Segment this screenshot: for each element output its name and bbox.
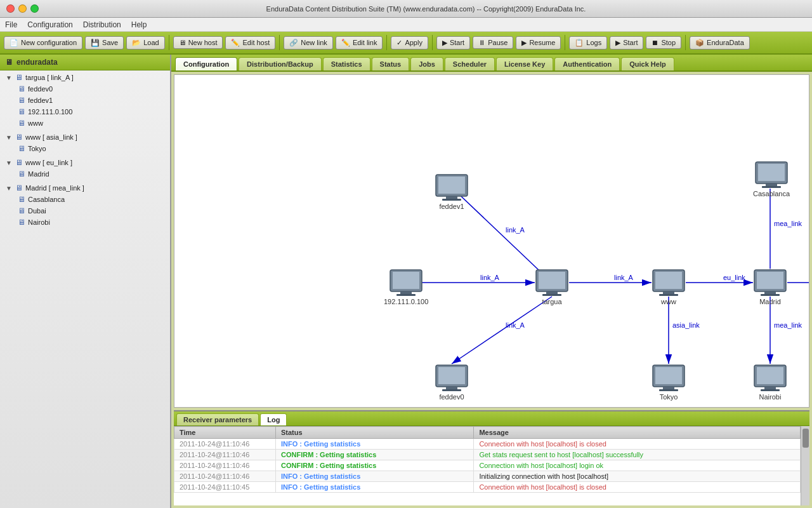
edit-host-label: Edit host: [242, 39, 270, 46]
toggle-targua[interactable]: ▼: [5, 74, 13, 81]
menu-distribution[interactable]: Distribution: [83, 20, 121, 29]
tab-jobs[interactable]: Jobs: [410, 57, 443, 70]
tab-configuration[interactable]: Configuration: [175, 57, 237, 70]
separator-4: [432, 35, 433, 50]
enduradata-icon: 📦: [695, 39, 704, 47]
svg-rect-23: [442, 199, 461, 201]
computer-icon-node-casablanca: [754, 161, 789, 189]
log-table-row: 2011-10-24@11:10:46CONFIRM : Getting sta…: [174, 460, 801, 471]
minimize-button[interactable]: [18, 4, 27, 13]
start2-button[interactable]: ▶ Start: [610, 36, 643, 50]
label-madrid: Madrid: [28, 170, 49, 178]
node-label-casablanca: Casablanca: [753, 190, 790, 197]
log-message: Connection with host [localhost] is clos…: [474, 482, 801, 493]
node-feddev0[interactable]: feddev0: [435, 364, 469, 401]
label-www: www: [28, 119, 43, 127]
pause-button[interactable]: ⏸ Pause: [473, 36, 513, 49]
svg-rect-59: [761, 389, 780, 391]
apply-label: Apply: [405, 39, 422, 46]
sidebar-item-www[interactable]: 🖥 www: [13, 117, 170, 129]
svg-rect-35: [542, 294, 561, 296]
stop-label: Stop: [661, 39, 676, 46]
sidebar-item-casablanca[interactable]: 🖥 Casablanca: [13, 194, 170, 205]
svg-text:link_A: link_A: [614, 274, 634, 281]
svg-rect-29: [393, 272, 419, 289]
node-nairobi[interactable]: Nairobi: [753, 364, 787, 401]
new-config-label: New configuration: [21, 39, 77, 46]
new-host-icon: 🖥: [179, 39, 186, 46]
computer-icon-node-www: [652, 269, 686, 297]
log-message: Initializing connection with host [local…: [474, 471, 801, 482]
sidebar-item-feddev0[interactable]: 🖥 feddev0: [13, 83, 170, 95]
node-tokyo[interactable]: Tokyo: [652, 364, 686, 401]
start-button[interactable]: ▶ Start: [436, 36, 470, 50]
sidebar-item-tokyo[interactable]: 🖥 Tokyo: [13, 143, 170, 154]
sidebar-item-192[interactable]: 🖥 192.111.0.100: [13, 106, 170, 117]
sidebar-item-madrid[interactable]: 🖥 Madrid: [13, 168, 170, 180]
node-casablanca[interactable]: Casablanca: [753, 161, 790, 197]
save-button[interactable]: 💾 Save: [85, 36, 124, 50]
enduradata-button[interactable]: 📦 EnduraData: [690, 36, 750, 50]
sidebar-item-www-eu[interactable]: ▼ 🖥 www [ eu_link ]: [0, 157, 170, 168]
menu-help[interactable]: Help: [131, 20, 147, 29]
resume-icon: ▶: [521, 39, 527, 47]
menu-file[interactable]: File: [5, 20, 17, 29]
svg-rect-41: [757, 272, 783, 289]
diagram-area[interactable]: link_Alink_Alink_Alink_Aeu_linkmea_linkm…: [174, 74, 809, 408]
label-192: 192.111.0.100: [28, 108, 72, 116]
apply-button[interactable]: ✓ Apply: [391, 36, 428, 50]
svg-rect-25: [758, 164, 785, 181]
toggle-madrid-mea[interactable]: ▼: [5, 185, 13, 192]
new-config-button[interactable]: 📄 New configuration: [4, 36, 82, 50]
menu-configuration[interactable]: Configuration: [27, 20, 72, 29]
tab-authentication[interactable]: Authentication: [554, 57, 620, 70]
svg-rect-53: [655, 367, 682, 384]
node-label-www: www: [661, 298, 676, 305]
titlebar: EnduraData Content Distribution Suite (T…: [0, 0, 812, 18]
tab-distribution[interactable]: Distribution/Backup: [239, 57, 322, 70]
maximize-button[interactable]: [30, 4, 39, 13]
load-label: Load: [143, 39, 159, 46]
separator-5: [565, 35, 565, 50]
log-status: CONFIRM : Getting statistics: [276, 450, 474, 460]
node-madrid[interactable]: Madrid: [753, 269, 787, 305]
tab-statistics[interactable]: Statistics: [323, 57, 370, 70]
sidebar-item-dubai[interactable]: 🖥 Dubai: [13, 205, 170, 217]
node-label-nairobi: Nairobi: [759, 393, 782, 401]
apply-icon: ✓: [396, 39, 402, 47]
svg-rect-22: [446, 196, 457, 199]
node-feddev1[interactable]: feddev1: [435, 173, 469, 210]
tab-licensekey[interactable]: License Key: [496, 57, 553, 70]
tab-scheduler[interactable]: Scheduler: [445, 57, 495, 70]
node-targua[interactable]: targua: [535, 269, 569, 305]
sidebar-item-feddev1[interactable]: 🖥 feddev1: [13, 95, 170, 106]
node-www[interactable]: www: [652, 269, 686, 305]
log-tab-log[interactable]: Log: [260, 413, 287, 425]
sidebar-item-madrid-mea[interactable]: ▼ 🖥 Madrid [ mea_link ]: [0, 182, 170, 194]
sidebar-item-nairobi[interactable]: 🖥 Nairobi: [13, 217, 170, 228]
new-link-button[interactable]: 🔗 New link: [284, 36, 333, 50]
children-madrid-mea: 🖥 Casablanca 🖥 Dubai 🖥 Nairobi: [0, 194, 170, 228]
tab-quickhelp[interactable]: Quick Help: [621, 57, 674, 70]
toggle-www-eu[interactable]: ▼: [5, 159, 13, 166]
close-button[interactable]: [6, 4, 15, 13]
log-time: 2011-10-24@11:10:46: [174, 439, 276, 450]
svg-rect-55: [659, 389, 678, 391]
new-host-button[interactable]: 🖥 New host: [173, 36, 223, 49]
stop-icon: ⏹: [652, 39, 658, 46]
sidebar-item-www-asia[interactable]: ▼ 🖥 www [ asia_link ]: [0, 131, 170, 143]
logs-button[interactable]: 📋 Logs: [569, 36, 607, 50]
edit-link-button[interactable]: ✏️ Edit link: [336, 36, 383, 50]
node-ip100[interactable]: 192.111.0.100: [384, 269, 428, 305]
tab-status[interactable]: Status: [372, 57, 410, 70]
load-button[interactable]: 📂 Load: [126, 36, 164, 50]
sidebar-item-targua[interactable]: ▼ 🖥 targua [ link_A ]: [0, 72, 170, 83]
toggle-www-asia[interactable]: ▼: [5, 134, 13, 141]
log-scrollbar[interactable]: [801, 426, 809, 505]
svg-rect-21: [438, 177, 465, 194]
stop-button[interactable]: ⏹ Stop: [646, 36, 681, 49]
resume-button[interactable]: ▶ Resume: [516, 36, 561, 50]
log-tab-receiver[interactable]: Receiver parameters: [176, 413, 259, 425]
edit-host-button[interactable]: ✏️ Edit host: [225, 36, 275, 50]
connection-diagram: link_Alink_Alink_Alink_Aeu_linkmea_linkm…: [174, 75, 809, 407]
